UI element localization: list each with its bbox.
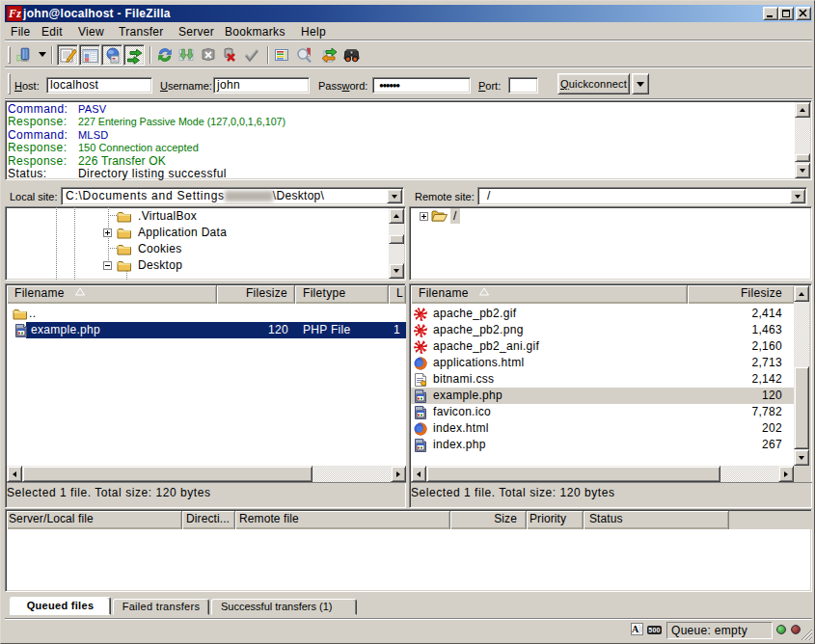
svg-text:A: A <box>632 624 639 634</box>
svg-text:Fz: Fz <box>8 7 21 20</box>
